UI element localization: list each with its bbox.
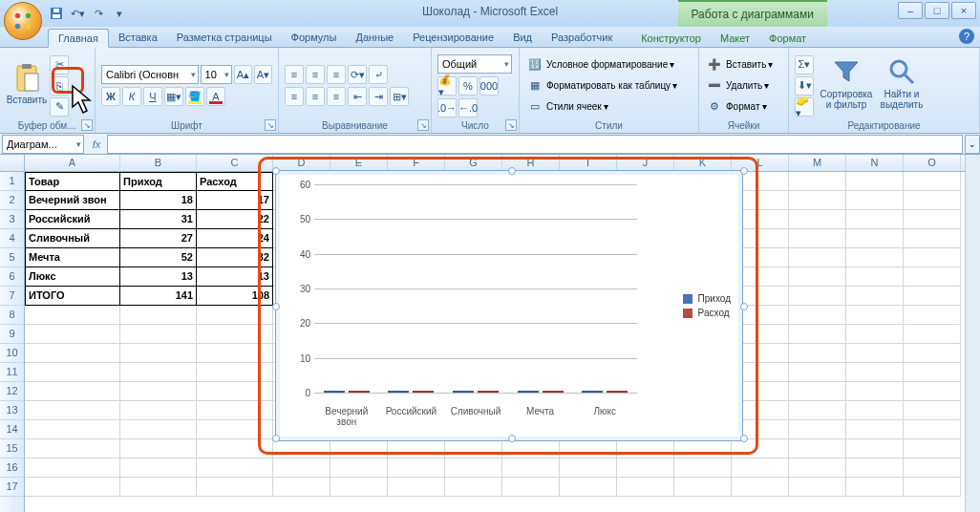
chart-resize-handle[interactable] bbox=[508, 435, 516, 442]
col-header[interactable]: J bbox=[617, 155, 674, 171]
cell[interactable] bbox=[846, 459, 904, 478]
cell[interactable] bbox=[846, 325, 904, 344]
cell[interactable] bbox=[789, 210, 846, 229]
cell[interactable] bbox=[197, 344, 273, 363]
format-cells-button[interactable]: ⚙Формат ▾ bbox=[705, 97, 782, 117]
tab-Формат[interactable]: Формат bbox=[759, 30, 816, 47]
chart-legend[interactable]: ПриходРасход bbox=[683, 289, 731, 322]
chart-bar[interactable] bbox=[324, 391, 345, 393]
cell[interactable] bbox=[25, 344, 120, 363]
cell[interactable] bbox=[789, 229, 846, 248]
align-center-button[interactable]: ≡ bbox=[306, 87, 325, 106]
chart-resize-handle[interactable] bbox=[272, 435, 280, 442]
cell[interactable] bbox=[789, 248, 846, 267]
cell[interactable] bbox=[904, 439, 961, 459]
cell[interactable]: 17 bbox=[197, 191, 273, 210]
cell[interactable] bbox=[502, 478, 560, 497]
cell[interactable] bbox=[120, 363, 197, 382]
cell[interactable] bbox=[120, 325, 197, 344]
font-name-combo[interactable]: Calibri (Основн bbox=[101, 65, 199, 84]
cell[interactable] bbox=[273, 459, 330, 478]
cell[interactable] bbox=[904, 248, 961, 267]
name-box[interactable]: Диаграм... bbox=[2, 135, 84, 154]
col-header[interactable]: F bbox=[388, 155, 445, 171]
chart-bar[interactable] bbox=[349, 391, 370, 393]
cell[interactable] bbox=[789, 382, 846, 401]
cell[interactable] bbox=[388, 478, 445, 497]
delete-cells-button[interactable]: ➖Удалить ▾ bbox=[705, 76, 782, 96]
cell[interactable] bbox=[904, 325, 961, 344]
minimize-button[interactable]: – bbox=[898, 2, 923, 19]
row-header[interactable]: 4 bbox=[0, 229, 24, 248]
decrease-font-button[interactable]: A▾ bbox=[254, 65, 272, 84]
tab-Разработчик[interactable]: Разработчик bbox=[542, 29, 622, 47]
legend-item[interactable]: Приход bbox=[683, 293, 731, 304]
cell[interactable] bbox=[904, 401, 961, 420]
cell[interactable]: 18 bbox=[120, 191, 197, 210]
underline-button[interactable]: Ч bbox=[143, 87, 162, 106]
cell[interactable] bbox=[25, 420, 120, 439]
chart-bar[interactable] bbox=[582, 391, 603, 393]
cell[interactable] bbox=[846, 287, 904, 306]
cell[interactable] bbox=[617, 439, 674, 459]
chart-bar[interactable] bbox=[607, 391, 628, 393]
cell[interactable] bbox=[25, 459, 120, 478]
conditional-formatting-button[interactable]: 🔢Условное форматирование ▾ bbox=[525, 55, 692, 75]
col-header[interactable]: K bbox=[674, 155, 732, 171]
comma-button[interactable]: 000 bbox=[479, 76, 499, 96]
cell[interactable] bbox=[732, 439, 789, 459]
row-header[interactable]: 7 bbox=[0, 287, 24, 306]
chart-object[interactable]: 0102030405060 Вечерний звонРоссийскийСли… bbox=[275, 170, 743, 441]
row-header[interactable]: 1 bbox=[0, 172, 24, 191]
cell[interactable] bbox=[445, 459, 502, 478]
paste-button[interactable]: Вставить bbox=[6, 52, 48, 115]
cell[interactable] bbox=[502, 439, 560, 459]
cell[interactable] bbox=[846, 420, 904, 439]
chart-bar[interactable] bbox=[453, 391, 474, 393]
qat-customize-icon[interactable]: ▾ bbox=[111, 5, 128, 22]
cell[interactable] bbox=[25, 439, 120, 459]
cell[interactable] bbox=[904, 420, 961, 439]
cell[interactable] bbox=[789, 459, 846, 478]
cell[interactable] bbox=[846, 306, 904, 325]
row-header[interactable]: 11 bbox=[0, 363, 24, 382]
col-header[interactable]: D bbox=[273, 155, 330, 171]
cell[interactable] bbox=[120, 382, 197, 401]
clear-button[interactable]: 🧽▾ bbox=[795, 97, 814, 117]
col-header[interactable]: O bbox=[904, 155, 961, 171]
cell[interactable] bbox=[789, 478, 846, 497]
font-size-combo[interactable]: 10 bbox=[201, 65, 232, 84]
row-header[interactable]: 6 bbox=[0, 267, 24, 287]
cell[interactable] bbox=[846, 267, 904, 287]
autosum-button[interactable]: Σ▾ bbox=[795, 55, 814, 75]
cell[interactable]: ИТОГО bbox=[25, 287, 120, 306]
row-header[interactable]: 16 bbox=[0, 459, 24, 478]
cell[interactable] bbox=[197, 401, 273, 420]
increase-font-button[interactable]: A▴ bbox=[234, 65, 252, 84]
tab-Разметка страницы[interactable]: Разметка страницы bbox=[167, 29, 282, 47]
select-all-corner[interactable] bbox=[0, 155, 25, 171]
cell[interactable]: Приход bbox=[120, 172, 197, 191]
cell[interactable] bbox=[25, 478, 120, 497]
office-button[interactable] bbox=[4, 2, 42, 40]
align-bottom-button[interactable]: ≡ bbox=[327, 65, 346, 84]
increase-indent-button[interactable]: ⇥ bbox=[369, 87, 388, 106]
cell[interactable] bbox=[674, 459, 732, 478]
row-header[interactable]: 5 bbox=[0, 248, 24, 267]
cell[interactable] bbox=[904, 363, 961, 382]
cell[interactable] bbox=[25, 325, 120, 344]
close-button[interactable]: × bbox=[951, 2, 976, 19]
cell[interactable] bbox=[904, 210, 961, 229]
tab-Конструктор[interactable]: Конструктор bbox=[631, 30, 711, 47]
cell[interactable] bbox=[789, 191, 846, 210]
cell[interactable] bbox=[789, 325, 846, 344]
cell[interactable] bbox=[846, 344, 904, 363]
chart-bar[interactable] bbox=[388, 391, 409, 393]
cell[interactable] bbox=[732, 478, 789, 497]
cell[interactable] bbox=[846, 210, 904, 229]
cell[interactable]: 32 bbox=[197, 248, 273, 267]
cell[interactable] bbox=[120, 439, 197, 459]
redo-icon[interactable]: ↷ bbox=[90, 5, 107, 22]
col-header[interactable]: N bbox=[846, 155, 904, 171]
cell[interactable] bbox=[846, 478, 904, 497]
